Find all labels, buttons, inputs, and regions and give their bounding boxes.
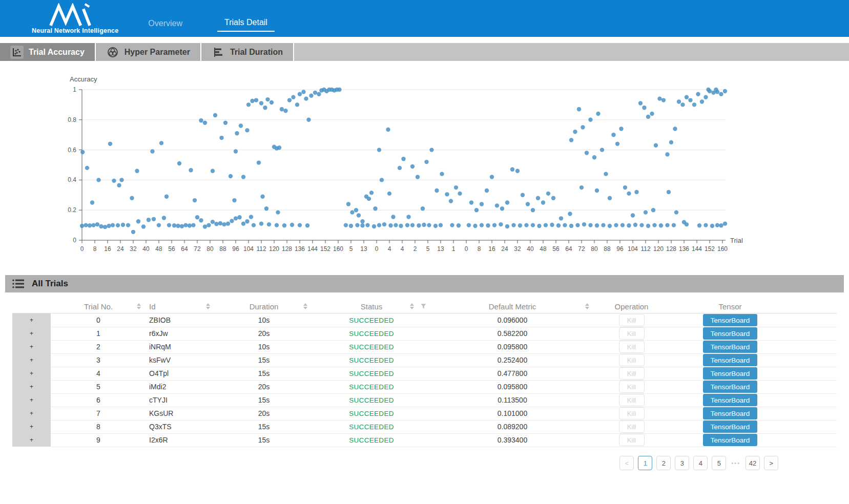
x-axis-name: Trial [730, 237, 743, 244]
sort-icon[interactable] [585, 303, 589, 309]
scatter-point [226, 221, 230, 225]
y-tick-label: 0.8 [68, 116, 76, 123]
column-header-status[interactable]: Status [313, 302, 430, 311]
kill-button[interactable]: Kill [619, 381, 645, 393]
x-tick-label: 64 [181, 245, 188, 253]
sort-icon[interactable] [303, 303, 307, 309]
scatter-point [608, 196, 612, 200]
cell-operation: Kill [594, 433, 669, 447]
scatter-point [360, 219, 364, 223]
pagination-page-1[interactable]: 1 [638, 456, 652, 470]
scatter-point [112, 179, 116, 183]
scatter-point [661, 98, 666, 102]
kill-button[interactable]: Kill [619, 407, 645, 419]
filter-icon[interactable] [421, 302, 426, 311]
kill-button[interactable]: Kill [619, 354, 645, 366]
scatter-point [575, 223, 579, 227]
tab-trial-duration[interactable]: Trial Duration [201, 43, 294, 61]
pagination-prev-button[interactable]: < [619, 456, 634, 470]
kill-button[interactable]: Kill [619, 314, 645, 326]
pagination-page-5[interactable]: 5 [712, 456, 726, 470]
scatter-point [265, 97, 270, 101]
pagination-next-button[interactable]: > [764, 456, 778, 470]
expand-row-button[interactable]: + [12, 353, 51, 367]
column-header-duration[interactable]: Duration [215, 302, 313, 311]
sort-icon[interactable] [137, 303, 141, 309]
tensorboard-button[interactable]: TensorBoard [703, 421, 757, 433]
tab-trial-accuracy[interactable]: Trial Accuracy [0, 43, 96, 61]
x-tick-label: 128 [666, 245, 676, 253]
tensorboard-button[interactable]: TensorBoard [703, 354, 757, 366]
tensorboard-button[interactable]: TensorBoard [703, 367, 757, 380]
scatter-point [349, 224, 353, 228]
pagination-page-2[interactable]: 2 [656, 456, 671, 470]
scatter-point [222, 222, 226, 226]
scatter-point [377, 223, 381, 227]
kill-button[interactable]: Kill [619, 394, 645, 406]
scatter-point [172, 223, 176, 227]
scatter-point [642, 106, 646, 110]
scatter-point [505, 200, 509, 204]
tensorboard-button[interactable]: TensorBoard [703, 327, 757, 340]
scatter-point [237, 215, 241, 219]
cell-duration: 15s [215, 367, 313, 381]
all-trials-section-header: All Trials [5, 275, 844, 292]
tab-hyper-parameter[interactable]: Hyper Parameter [96, 43, 201, 61]
nav-tab-overview[interactable]: Overview [141, 19, 190, 32]
tensorboard-button[interactable]: TensorBoard [703, 314, 757, 326]
sort-icon[interactable] [206, 303, 210, 309]
table-row: +9I2x6R15sSUCCEEDED0.393400KillTensorBoa… [12, 433, 837, 447]
scatter-point [117, 183, 121, 187]
scatter-point [454, 185, 458, 190]
expand-row-button[interactable]: + [12, 393, 51, 407]
scatter-point [421, 206, 425, 211]
tensorboard-button[interactable]: TensorBoard [703, 394, 757, 406]
scatter-point [214, 222, 218, 226]
kill-button[interactable]: Kill [619, 367, 645, 380]
tensorboard-button[interactable]: TensorBoard [703, 341, 757, 353]
scatter-point [669, 140, 673, 144]
scatter-point [427, 223, 431, 227]
scatter-point [719, 92, 723, 96]
kill-button[interactable]: Kill [619, 434, 645, 446]
scatter-point [245, 219, 249, 223]
x-tick-label: 13 [360, 245, 367, 253]
cell-trial-no: 7 [51, 407, 146, 421]
column-header-trial-no[interactable]: Trial No. [51, 302, 146, 311]
scatter-point [232, 198, 236, 202]
scatter-point [191, 223, 195, 227]
scatter-point [357, 213, 361, 217]
tensorboard-button[interactable]: TensorBoard [703, 381, 757, 393]
expand-row-button[interactable]: + [12, 340, 51, 354]
tensorboard-button[interactable]: TensorBoard [703, 434, 757, 446]
tensorboard-button[interactable]: TensorBoard [703, 407, 757, 419]
kill-button[interactable]: Kill [619, 341, 645, 353]
scatter-point [99, 224, 103, 228]
expand-row-button[interactable]: + [12, 327, 51, 341]
kill-button[interactable]: Kill [619, 327, 645, 340]
kill-button[interactable]: Kill [619, 421, 645, 433]
scatter-point [157, 223, 161, 227]
pagination-page-3[interactable]: 3 [675, 456, 689, 470]
expand-row-button[interactable]: + [12, 313, 51, 327]
sort-icon[interactable] [410, 303, 414, 309]
expand-row-button[interactable]: + [12, 420, 51, 434]
expand-row-button[interactable]: + [12, 380, 51, 394]
expand-row-button[interactable]: + [12, 367, 51, 381]
cell-default-metric: 0.252400 [430, 353, 594, 367]
nav-tab-trials-detail[interactable]: Trials Detail [217, 18, 275, 32]
cell-default-metric: 0.113500 [430, 393, 594, 407]
column-header-default-metric[interactable]: Default Metric [430, 302, 594, 311]
column-header-id[interactable]: Id [146, 302, 215, 311]
scatter-point [499, 222, 503, 226]
expand-row-button[interactable]: + [12, 433, 51, 447]
scatter-point [685, 95, 689, 99]
pagination-page-42[interactable]: 42 [746, 456, 760, 470]
scatter-point [505, 224, 509, 228]
expand-row-button[interactable]: + [12, 407, 51, 421]
x-tick-label: 128 [282, 245, 292, 253]
pagination-page-4[interactable]: 4 [693, 456, 708, 470]
scatter-point [116, 223, 120, 227]
scatter-point [531, 223, 535, 227]
cell-id: I2x6R [146, 433, 215, 447]
